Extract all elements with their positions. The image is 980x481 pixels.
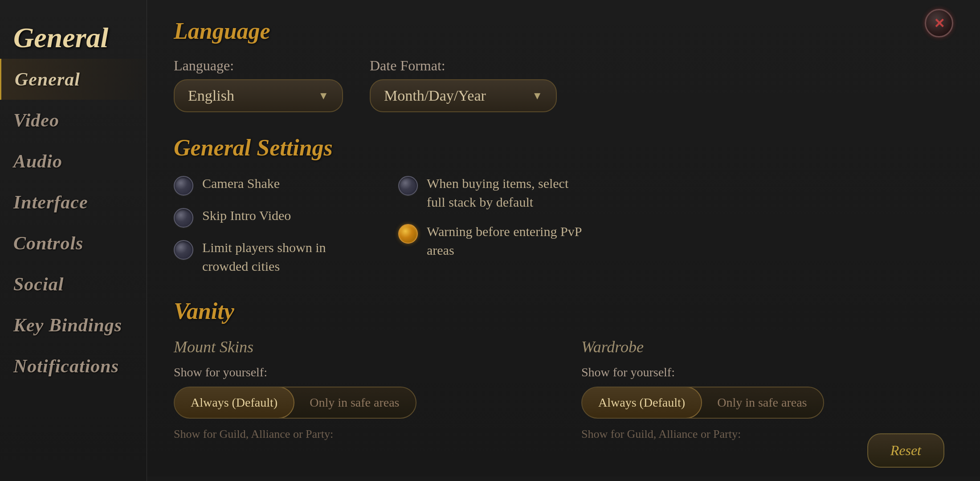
general-settings-section: General Settings Camera Shake Skip Intro… — [174, 135, 953, 276]
mount-safe-areas-button[interactable]: Only in safe areas — [294, 387, 415, 418]
vanity-title: Vanity — [174, 298, 953, 324]
wardrobe-toggle-group: Always (Default) Only in safe areas — [581, 387, 824, 419]
full-stack-label: When buying items, select full stack by … — [427, 174, 587, 212]
sidebar-item-social[interactable]: Social — [0, 264, 147, 305]
mount-toggle-group: Always (Default) Only in safe areas — [174, 387, 416, 419]
pvp-warning-label: Warning before entering PvP areas — [427, 222, 587, 260]
date-value: Month/Day/Year — [384, 87, 486, 104]
camera-shake-radio[interactable] — [174, 176, 193, 196]
settings-left-col: Camera Shake Skip Intro Video Limit play… — [174, 174, 363, 276]
language-field-group: Language: English ▼ — [174, 57, 343, 112]
close-button[interactable]: ✕ — [925, 9, 953, 37]
mount-always-button[interactable]: Always (Default) — [174, 387, 294, 419]
settings-right-col: When buying items, select full stack by … — [398, 174, 587, 276]
date-label: Date Format: — [370, 57, 557, 74]
setting-skip-intro: Skip Intro Video — [174, 206, 363, 228]
sidebar-item-notifications[interactable]: Notifications — [0, 346, 147, 387]
date-dropdown-arrow: ▼ — [532, 90, 543, 102]
limit-players-label: Limit players shown in crowded cities — [202, 238, 363, 276]
reset-button[interactable]: Reset — [867, 433, 944, 468]
wardrobe-always-button[interactable]: Always (Default) — [581, 387, 702, 419]
limit-players-radio[interactable] — [174, 240, 193, 260]
language-dropdown[interactable]: English ▼ — [174, 79, 343, 112]
sidebar-item-audio[interactable]: Audio — [0, 141, 147, 182]
main-content: Language Language: English ▼ Date Format… — [147, 0, 980, 477]
pvp-warning-radio[interactable] — [398, 224, 418, 244]
setting-limit-players: Limit players shown in crowded cities — [174, 238, 363, 276]
sidebar-item-controls[interactable]: Controls — [0, 223, 147, 264]
setting-camera-shake: Camera Shake — [174, 174, 363, 196]
wardrobe-subsection: Wardrobe Show for yourself: Always (Defa… — [581, 338, 953, 441]
wardrobe-title: Wardrobe — [581, 338, 953, 356]
vanity-section: Vanity Mount Skins Show for yourself: Al… — [174, 298, 953, 441]
camera-shake-label: Camera Shake — [202, 174, 280, 193]
sidebar-item-video[interactable]: Video — [0, 100, 147, 141]
language-value: English — [188, 87, 234, 104]
setting-full-stack: When buying items, select full stack by … — [398, 174, 587, 212]
sidebar-item-key-bindings[interactable]: Key Bindings — [0, 305, 147, 346]
date-field-group: Date Format: Month/Day/Year ▼ — [370, 57, 557, 112]
date-dropdown[interactable]: Month/Day/Year ▼ — [370, 79, 557, 112]
sidebar-item-interface[interactable]: Interface — [0, 182, 147, 223]
language-section-title: Language — [174, 18, 953, 44]
mount-skins-title: Mount Skins — [174, 338, 546, 356]
sidebar-item-general[interactable]: General — [0, 59, 147, 100]
settings-grid: Camera Shake Skip Intro Video Limit play… — [174, 174, 953, 276]
wardrobe-show-label: Show for yourself: — [581, 365, 953, 379]
skip-intro-label: Skip Intro Video — [202, 206, 291, 225]
language-section: Language Language: English ▼ Date Format… — [174, 18, 953, 112]
sidebar-title: General — [0, 9, 147, 59]
language-row: Language: English ▼ Date Format: Month/D… — [174, 57, 953, 112]
vanity-subsections: Mount Skins Show for yourself: Always (D… — [174, 338, 953, 441]
general-settings-title: General Settings — [174, 135, 953, 161]
mount-skins-subsection: Mount Skins Show for yourself: Always (D… — [174, 338, 546, 441]
sidebar: General General Video Audio Interface Co… — [0, 0, 147, 481]
skip-intro-radio[interactable] — [174, 208, 193, 228]
setting-pvp-warning: Warning before entering PvP areas — [398, 222, 587, 260]
mount-show-label: Show for yourself: — [174, 365, 546, 379]
language-label: Language: — [174, 57, 343, 74]
language-dropdown-arrow: ▼ — [318, 90, 329, 102]
main-content-wrapper: ✕ ▲ ▼ Language Language: English ▼ — [147, 0, 980, 481]
mount-guild-label: Show for Guild, Alliance or Party: — [174, 428, 546, 441]
full-stack-radio[interactable] — [398, 176, 418, 196]
wardrobe-safe-areas-button[interactable]: Only in safe areas — [701, 387, 823, 418]
